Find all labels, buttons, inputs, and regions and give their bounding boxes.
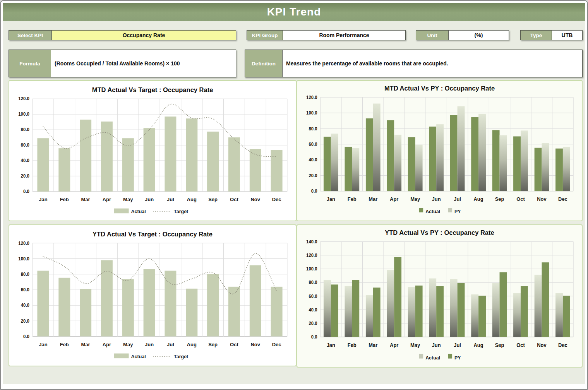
svg-text:Apr: Apr (103, 197, 111, 202)
svg-text:Apr: Apr (390, 196, 398, 202)
svg-text:Jul: Jul (454, 342, 461, 348)
svg-text:May: May (123, 341, 133, 347)
definition-label: Definition (245, 50, 282, 77)
svg-text:Mar: Mar (81, 341, 90, 347)
select-kpi-value[interactable]: Occupancy Rate (51, 31, 236, 40)
svg-text:Oct: Oct (230, 341, 238, 347)
svg-text:Aug: Aug (187, 341, 197, 347)
svg-text:20.0: 20.0 (309, 321, 317, 327)
page-title: KPI Trend (267, 6, 321, 18)
svg-text:Oct: Oct (516, 196, 525, 202)
svg-text:0.0: 0.0 (23, 334, 29, 339)
svg-text:120.0: 120.0 (18, 96, 29, 101)
svg-text:Mar: Mar (81, 197, 90, 202)
svg-text:May: May (123, 197, 133, 202)
svg-text:Feb: Feb (348, 342, 357, 348)
ytd-actual-vs-py-chart: 0.020.040.060.080.0100.0120.0140.0JanFeb… (297, 238, 582, 367)
app-window: KPI Trend Select KPI Occupancy Rate KPI … (0, 0, 588, 390)
type-value: UTB (552, 31, 582, 40)
app-header: KPI Trend (3, 3, 585, 21)
kpi-group-label: KPI Group (247, 31, 283, 40)
svg-text:60.0: 60.0 (309, 293, 317, 299)
definition-control: Definition Measures the percentage of av… (245, 50, 583, 77)
type-control: Type UTB (520, 30, 583, 40)
type-label: Type (521, 31, 552, 40)
svg-text:May: May (410, 342, 420, 348)
chart-title: YTD Actual Vs Target : Occupancy Rate (9, 225, 296, 240)
kpi-group-control: KPI Group Room Performance (247, 30, 406, 40)
svg-text:60.0: 60.0 (309, 142, 317, 147)
svg-text:Mar: Mar (369, 342, 378, 348)
svg-text:Jul: Jul (167, 197, 174, 202)
svg-text:Target: Target (174, 209, 189, 214)
svg-text:40.0: 40.0 (21, 158, 30, 163)
svg-text:80.0: 80.0 (21, 272, 30, 277)
svg-text:40.0: 40.0 (309, 157, 317, 162)
definition-value: Measures the percentage of available roo… (282, 50, 582, 77)
svg-text:20.0: 20.0 (21, 318, 30, 323)
mtd-actual-vs-py-chart: 0.020.040.060.080.0100.0120.0JanFebMarAp… (297, 94, 582, 221)
svg-text:May: May (410, 196, 420, 202)
svg-text:Sep: Sep (208, 197, 218, 202)
formula-label: Formula (9, 50, 51, 77)
svg-text:0.0: 0.0 (23, 189, 29, 194)
svg-text:100.0: 100.0 (18, 111, 29, 116)
formula-value: (Rooms Occupied / Total Available Rooms)… (51, 50, 236, 77)
svg-text:Nov: Nov (537, 196, 547, 202)
svg-text:100.0: 100.0 (18, 256, 29, 261)
svg-text:Dec: Dec (272, 197, 281, 202)
svg-text:Feb: Feb (60, 341, 69, 347)
svg-text:Feb: Feb (60, 197, 69, 202)
svg-text:20.0: 20.0 (309, 173, 317, 178)
svg-text:80.0: 80.0 (309, 280, 317, 286)
chart-panel-ytd-actual-vs-py: YTD Actual Vs PY : Occupancy Rate 0.020.… (297, 224, 583, 368)
chart-title: YTD Actual Vs PY : Occupancy Rate (297, 225, 582, 238)
svg-text:60.0: 60.0 (21, 142, 30, 147)
svg-text:Sep: Sep (495, 342, 504, 348)
chart-title: MTD Actual Vs PY : Occupancy Rate (297, 81, 582, 94)
svg-text:40.0: 40.0 (309, 307, 317, 313)
svg-text:140.0: 140.0 (306, 239, 317, 245)
svg-text:Sep: Sep (495, 196, 504, 202)
svg-text:80.0: 80.0 (21, 127, 30, 132)
svg-text:Nov: Nov (250, 197, 260, 202)
dashboard-content: Select KPI Occupancy Rate KPI Group Room… (3, 21, 585, 384)
svg-text:Sep: Sep (208, 341, 218, 347)
svg-text:120.0: 120.0 (18, 240, 29, 245)
svg-text:Oct: Oct (516, 342, 525, 348)
svg-text:0.0: 0.0 (311, 334, 317, 340)
svg-text:Aug: Aug (474, 342, 483, 348)
svg-text:Jan: Jan (39, 341, 47, 347)
svg-text:120.0: 120.0 (306, 253, 317, 258)
svg-text:Jun: Jun (145, 341, 154, 347)
select-kpi-control: Select KPI Occupancy Rate (9, 30, 236, 40)
svg-text:Feb: Feb (348, 196, 357, 202)
svg-text:Dec: Dec (558, 196, 567, 202)
svg-text:40.0: 40.0 (21, 303, 30, 308)
unit-label: Unit (416, 31, 448, 40)
svg-text:Nov: Nov (250, 341, 260, 347)
svg-text:Actual: Actual (425, 209, 440, 214)
svg-text:100.0: 100.0 (306, 110, 317, 115)
chart-panel-mtd-actual-vs-target: MTD Actual Vs Target : Occupancy Rate 0.… (9, 80, 297, 221)
kpi-group-value: Room Performance (283, 31, 405, 40)
svg-text:Actual: Actual (425, 354, 440, 361)
chart-panel-mtd-actual-vs-py: MTD Actual Vs PY : Occupancy Rate 0.020.… (297, 80, 583, 221)
svg-text:120.0: 120.0 (306, 94, 317, 99)
svg-text:Oct: Oct (230, 197, 238, 202)
svg-text:Aug: Aug (187, 197, 197, 202)
svg-text:Mar: Mar (369, 196, 377, 202)
svg-text:Aug: Aug (474, 196, 483, 202)
svg-text:Jan: Jan (327, 196, 335, 202)
svg-text:Actual: Actual (131, 354, 146, 359)
svg-text:Dec: Dec (558, 342, 567, 348)
svg-text:PY: PY (454, 354, 461, 361)
svg-text:Jan: Jan (327, 342, 335, 348)
ytd-actual-vs-target-chart: 0.020.040.060.080.0100.0120.0JanFebMarAp… (9, 240, 296, 366)
svg-text:20.0: 20.0 (21, 173, 30, 178)
mtd-actual-vs-target-chart: 0.020.040.060.080.0100.0120.0JanFebMarAp… (9, 96, 296, 221)
svg-text:80.0: 80.0 (309, 126, 317, 131)
select-kpi-label: Select KPI (9, 31, 51, 40)
svg-text:Jun: Jun (432, 342, 441, 348)
svg-text:60.0: 60.0 (21, 287, 30, 292)
